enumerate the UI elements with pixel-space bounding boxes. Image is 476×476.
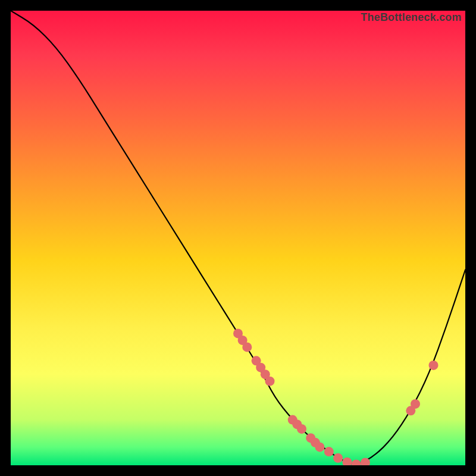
data-point [411,399,420,409]
plot-area: TheBottleneck.com [11,11,465,465]
chart-svg [11,11,465,465]
data-point [265,377,275,386]
data-point [297,424,306,434]
bottleneck-curve [11,11,465,464]
chart-frame: TheBottleneck.com [0,0,476,476]
data-point [315,442,325,452]
data-point [429,361,439,370]
data-point [242,342,252,352]
data-point [342,458,352,465]
data-point [352,460,361,466]
data-point [333,453,343,463]
highlight-points [233,328,439,465]
data-point [324,447,334,456]
